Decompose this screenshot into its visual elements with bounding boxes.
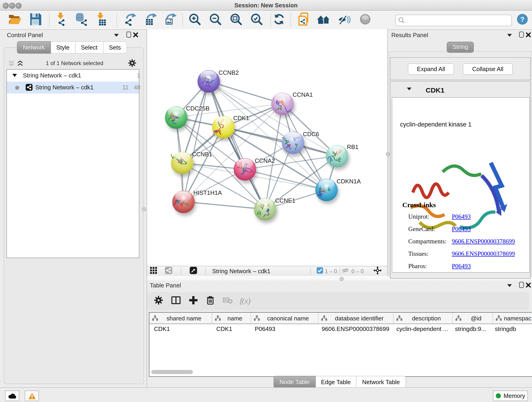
- crosslink-link[interactable]: P06493: [452, 263, 471, 270]
- grid-view-icon[interactable]: [150, 267, 157, 275]
- crosslink-row: Tissues:9606.ENSP00000378699: [408, 250, 527, 258]
- fit-content-icon[interactable]: [374, 266, 382, 276]
- expand-all-icon[interactable]: [17, 61, 24, 66]
- export-image-icon[interactable]: [164, 12, 177, 27]
- selected-checkbox-icon[interactable]: [317, 267, 323, 275]
- table-panel-close-icon[interactable]: [526, 282, 531, 288]
- import-table-icon[interactable]: [95, 12, 108, 27]
- node-table[interactable]: shared namenamecanonical namedatabase id…: [149, 312, 532, 377]
- table-gear-icon[interactable]: [154, 296, 163, 306]
- right-splitter-handle[interactable]: [386, 152, 390, 156]
- network-node-cdkn1a[interactable]: [315, 179, 338, 201]
- tab-network[interactable]: Network: [17, 41, 51, 54]
- left-splitter[interactable]: [147, 29, 147, 387]
- network-tree-row[interactable]: String Network – cdk11148: [7, 82, 139, 94]
- import-network-file-icon[interactable]: [56, 12, 68, 27]
- add-column-icon[interactable]: [189, 296, 197, 306]
- external-link-icon[interactable]: [190, 267, 197, 276]
- table-panel-float-icon[interactable]: [519, 282, 524, 288]
- save-session-icon[interactable]: [29, 13, 41, 27]
- tab-select[interactable]: Select: [75, 41, 103, 54]
- network-node-ccna1[interactable]: [271, 92, 294, 115]
- column-header-namespac[interactable]: namespac: [493, 313, 532, 324]
- delete-column-icon[interactable]: [206, 296, 214, 306]
- column-header-description[interactable]: description: [394, 313, 453, 324]
- crosslink-link[interactable]: P06493: [452, 213, 471, 220]
- split-columns-icon[interactable]: [171, 296, 181, 306]
- zoom-in-icon[interactable]: [188, 13, 201, 27]
- home-icon[interactable]: [317, 13, 330, 26]
- memory-button[interactable]: Memory: [493, 390, 528, 401]
- network-node-ccna2[interactable]: [234, 158, 256, 181]
- node-label-ccna1: CCNA1: [293, 91, 313, 98]
- tab-style[interactable]: Style: [51, 41, 75, 54]
- hide-eye-icon[interactable]: [338, 13, 351, 27]
- help-button[interactable]: ?: [517, 13, 528, 26]
- crosslink-label: GeneCard:: [408, 225, 435, 232]
- tab-node-table[interactable]: Node Table: [273, 376, 316, 388]
- network-node-hist1h1a[interactable]: [172, 191, 195, 213]
- node-label-rb1: RB1: [347, 143, 359, 150]
- crosslink-link[interactable]: 9606.ENSP00000378699: [452, 238, 515, 245]
- expand-all-button[interactable]: Expand All: [408, 63, 454, 75]
- crosslink-link[interactable]: 9606.ENSP00000378699: [452, 250, 515, 258]
- network-node-ccne1[interactable]: [254, 198, 276, 220]
- open-in-browser-icon[interactable]: [298, 12, 310, 28]
- control-panel-menu-icon[interactable]: [114, 34, 119, 37]
- gene-name-header: CDK1: [426, 86, 444, 94]
- bottom-splitter-handle[interactable]: [340, 277, 344, 281]
- gene-collapse-icon[interactable]: [407, 88, 412, 90]
- column-header-canonical-name[interactable]: canonical name: [251, 313, 318, 324]
- results-panel-close-icon[interactable]: [526, 32, 531, 38]
- show-eye-icon[interactable]: [359, 13, 371, 27]
- crosslink-link[interactable]: P06493: [452, 225, 471, 233]
- network-tree-row[interactable]: String Network – cdk11: [7, 70, 139, 82]
- column-header-name[interactable]: name: [212, 313, 251, 324]
- gear-icon[interactable]: [128, 59, 136, 67]
- tab-sets[interactable]: Sets: [103, 41, 127, 54]
- results-panel-float-icon[interactable]: [519, 32, 524, 38]
- column-header-@id[interactable]: @id: [453, 313, 493, 324]
- import-network-database-icon[interactable]: [75, 12, 88, 27]
- zoom-fit-icon[interactable]: [230, 13, 242, 27]
- network-node-cdk1[interactable]: [212, 116, 234, 138]
- gene-details: cyclin-dependent kinase 1 CrossLinks Uni…: [392, 97, 530, 273]
- tab-string[interactable]: String: [447, 42, 474, 53]
- collapse-all-button[interactable]: Collapse All: [463, 63, 513, 75]
- column-header-database-identifier[interactable]: database identifier: [318, 313, 394, 324]
- open-session-icon[interactable]: [8, 13, 22, 27]
- column-header-shared-name[interactable]: shared name: [149, 313, 212, 324]
- new-table-icon[interactable]: [145, 12, 158, 27]
- table-panel-menu-icon[interactable]: [507, 284, 512, 287]
- table-horizontal-scrollbar[interactable]: [151, 370, 193, 374]
- table-toolbar: f(x): [147, 292, 529, 310]
- results-panel-menu-icon[interactable]: [507, 34, 512, 37]
- table-cell: CDK1: [212, 324, 250, 334]
- share-network-icon[interactable]: [165, 267, 172, 276]
- zoom-selected-icon[interactable]: [250, 13, 263, 27]
- cloud-icon: [8, 393, 16, 399]
- tree-expand-icon[interactable]: [12, 74, 17, 77]
- network-node-cdc25b[interactable]: [165, 106, 187, 128]
- network-node-rb1[interactable]: [326, 145, 348, 167]
- status-bar: Memory: [0, 387, 532, 402]
- network-node-ccnb2[interactable]: [197, 70, 220, 93]
- control-panel-close-icon[interactable]: [133, 32, 138, 38]
- network-canvas[interactable]: CCNB2CCNA1CDC25BCDK1CDC6RB1CCNB1CCNA2CDK…: [147, 29, 387, 266]
- tab-edge-table[interactable]: Edge Table: [316, 376, 357, 388]
- search-input[interactable]: [395, 15, 512, 26]
- control-panel-float-icon[interactable]: [127, 32, 131, 38]
- network-node-cdc6[interactable]: [282, 132, 304, 154]
- tab-network-table[interactable]: Network Table: [357, 376, 406, 388]
- warning-status-button[interactable]: [25, 390, 39, 401]
- collapse-all-icon[interactable]: [8, 61, 15, 66]
- edge-count: 48: [134, 84, 140, 91]
- refresh-icon[interactable]: [273, 13, 285, 27]
- left-splitter-handle[interactable]: [142, 207, 146, 211]
- table-row[interactable]: CDK1CDK1P064939606.ENSP00000378699cyclin…: [149, 324, 532, 334]
- zoom-out-icon[interactable]: [209, 13, 222, 27]
- cloud-status-button[interactable]: [5, 390, 19, 401]
- table-panel-title: Table Panel: [150, 282, 181, 289]
- network-node-ccnb1[interactable]: [171, 152, 193, 174]
- new-network-icon[interactable]: [124, 12, 137, 27]
